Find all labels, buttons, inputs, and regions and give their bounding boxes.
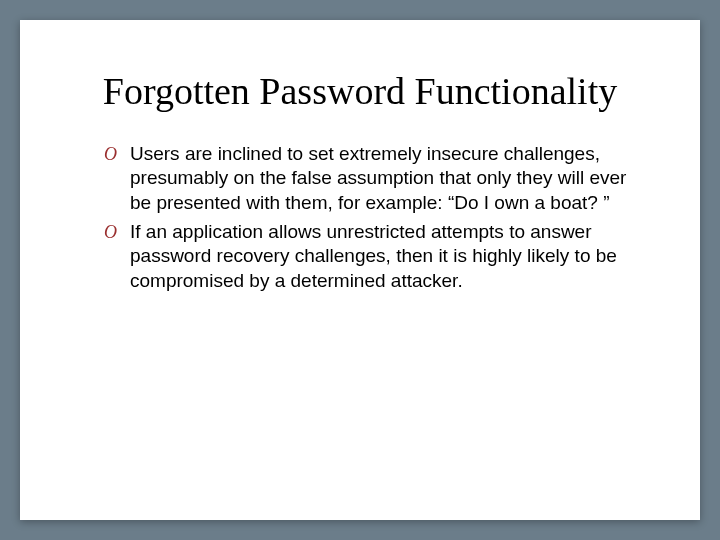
slide: Forgotten Password Functionality O Users… (20, 20, 700, 520)
list-item: O If an application allows unrestricted … (104, 220, 630, 294)
bullet-list: O Users are inclined to set extremely in… (90, 142, 630, 294)
bullet-text: Users are inclined to set extremely inse… (130, 143, 626, 213)
bullet-marker-icon: O (104, 143, 117, 166)
bullet-marker-icon: O (104, 221, 117, 244)
slide-title: Forgotten Password Functionality (90, 70, 630, 114)
list-item: O Users are inclined to set extremely in… (104, 142, 630, 216)
bullet-text: If an application allows unrestricted at… (130, 221, 617, 291)
